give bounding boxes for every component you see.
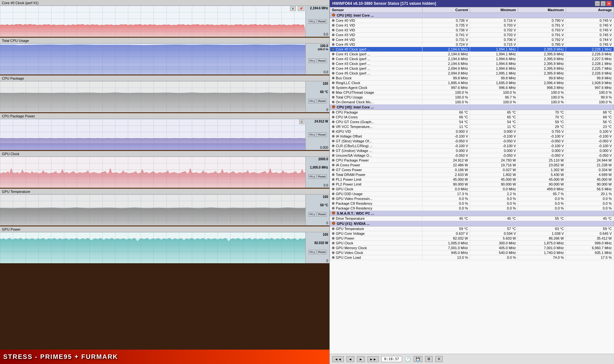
pin-graph-core0[interactable]: 📌 [298, 6, 304, 11]
table-row[interactable]: Core #0 VID0.736 V0.716 V0.790 V0.745 V [330, 18, 614, 23]
table-row[interactable]: GPU Clock1,005.0 MHz300.0 MHz1,875.0 MHz… [330, 241, 614, 246]
col-header-sensor[interactable]: Sensor [330, 7, 422, 13]
sensor-value-cell: 1,895.4 MHz [422, 81, 470, 85]
close-status-btn[interactable]: ✕ [435, 356, 443, 362]
table-row[interactable]: Core #4 VID0.731 V0.706 V0.792 V0.744 V [330, 37, 614, 42]
table-row[interactable]: Core #5 VID0.724 V0.715 V0.785 V0.745 V [330, 42, 614, 47]
reset-btn-cpu-power[interactable]: Reset [317, 132, 327, 137]
col-header-maximum[interactable]: Maximum [518, 7, 566, 13]
table-row[interactable]: CPU Package Power24.912 W24.793 W25.110 … [330, 158, 614, 163]
close-btn[interactable]: ✕ [606, 1, 611, 6]
c-btn-cpu-power[interactable]: C [299, 120, 305, 124]
table-row[interactable]: Uncore/SA Voltage O...-0.050 V-0.050 V-0… [330, 153, 614, 158]
table-row[interactable]: GPU Temperature59 °C57 °C63 °C59 °C [330, 226, 614, 231]
sensor-value-cell: 0.000 V [566, 148, 614, 153]
reset-btn-gpu-temp[interactable]: Reset [317, 212, 327, 217]
graph-buttons-gpu-power[interactable]: Fit y Reset [308, 250, 327, 254]
table-row[interactable]: Package C8 Residency0.0 %0.0 %0.0 %0.0 % [330, 201, 614, 206]
table-row[interactable]: GT (Slice) Voltage Of...-0.050 V-0.050 V… [330, 139, 614, 144]
prev-prev-btn[interactable]: ◄◄ [332, 356, 344, 362]
settings-btn[interactable]: ⚙ [425, 356, 433, 362]
next-btn[interactable]: ► [357, 356, 365, 362]
minimize-btn[interactable]: ─ [595, 1, 600, 6]
save-btn[interactable]: 💾 [413, 356, 422, 362]
table-row[interactable]: Core #3 Clock (perf ...2,194.6 MHz1,994.… [330, 61, 614, 66]
table-row[interactable]: Bus Clock99.8 MHz99.8 MHz99.8 MHz99.8 MH… [330, 76, 614, 81]
table-row[interactable]: IA Voltage Offset-0.100 V-0.100 V-0.100 … [330, 134, 614, 139]
fity-btn-core0[interactable]: Fit y [308, 19, 316, 24]
table-row[interactable]: System Agent Clock997.6 MHz996.6 MHz998.… [330, 85, 614, 90]
table-row[interactable]: GPU Core Load13.0 %0.0 %74.0 %17.5 % [330, 255, 614, 260]
fity-btn-cpu-usage[interactable]: Fit y [308, 59, 316, 63]
window-controls[interactable]: ─ □ ✕ [595, 1, 611, 6]
prev-btn[interactable]: ◄ [346, 356, 354, 362]
table-row[interactable]: GPU D3D Usage17.3 %2.2 %65.7 %20.1 % [330, 192, 614, 196]
sensor-value-cell: -0.100 V [470, 134, 518, 139]
sensor-name-cell: Core #5 VID [330, 42, 422, 47]
graph-buttons-cpu-package[interactable]: Fit y Reset [308, 99, 327, 103]
reset-btn-gpu-clock[interactable]: Reset [317, 174, 327, 179]
restore-btn[interactable]: □ [601, 1, 606, 6]
table-row[interactable]: IA Cores Power22.486 W19.716 W23.052 W21… [330, 163, 614, 168]
graph-buttons-gpu-temp[interactable]: Fit y Reset [308, 212, 327, 217]
table-row[interactable]: Total CPU Usage100.0 %96.7 %100.0 %99.9 … [330, 95, 614, 100]
table-row[interactable]: Package C9 Residency0.0 %0.0 %0.0 %0.0 % [330, 206, 614, 211]
table-row[interactable]: Drive Temperature45 °C45 °C55 °C45 °C [330, 216, 614, 221]
next-next-btn[interactable]: ►► [367, 356, 379, 362]
sensor-value-cell: 5.430 W [518, 172, 566, 177]
table-row[interactable]: PL1 Power Limit45.000 W45.000 W45.000 W4… [330, 177, 614, 182]
col-header-minimum[interactable]: Minimum [470, 7, 518, 13]
table-row[interactable]: GPU Power82.032 W5.603 W86.266 W35.412 W [330, 236, 614, 241]
reset-btn-core0[interactable]: Reset [317, 19, 327, 24]
sensor-value-cell: 0.741 V [422, 33, 470, 37]
col-header-current[interactable]: Current [422, 7, 470, 13]
graph-buttons-cpu-power[interactable]: Fit y Reset [308, 132, 327, 137]
graph-buttons-gpu-clock[interactable]: Fit y Reset [308, 174, 327, 179]
sensor-value-cell: 66 °C [422, 110, 470, 115]
table-row[interactable]: VR VCC Temperature...11 °C11 °C29 °C23 °… [330, 124, 614, 129]
table-row[interactable]: GPU Clock0.0 MHz0.0 MHz499.0 MHz56.5 MHz [330, 187, 614, 192]
table-row[interactable]: Core #1 Clock (perf ...2,194.6 MHz1,994.… [330, 52, 614, 57]
sensor-table-container[interactable]: Sensor Current Minimum Maximum Average C… [330, 7, 614, 354]
table-row[interactable]: On-Demand Clock Mo...100.0 %100.0 %100.0… [330, 100, 614, 105]
table-row[interactable]: CPU GT Cores (Graph...54 °C54 °C59 °C56 … [330, 120, 614, 124]
table-row[interactable]: Ring/LLC Clock1,895.4 MHz1,695.0 MHz2,09… [330, 81, 614, 85]
table-row[interactable]: iGPU VID0.000 V0.000 V0.755 V0.100 V [330, 129, 614, 134]
table-row[interactable]: Core #0 Clock (perf ...2,194.6 MHz1,994.… [330, 47, 614, 52]
table-row[interactable]: Core #5 Clock (perf ...2,094.9 MHz1,995.… [330, 71, 614, 76]
reset-btn-gpu-power[interactable]: Reset [317, 250, 327, 254]
table-row[interactable]: GPU Core Voltage0.637 V0.594 V1.038 V0.6… [330, 231, 614, 236]
table-row[interactable]: CPU IA Cores66 °C65 °C70 °C68 °C [330, 115, 614, 120]
table-row[interactable]: GPU Video Processin...0.0 %0.0 %0.0 %0.0… [330, 196, 614, 201]
fity-btn-gpu-temp[interactable]: Fit y [308, 212, 316, 217]
table-row[interactable]: CLR (CBo/LLC/Ring) ...-0.100 V-0.100 V-0… [330, 144, 614, 148]
reset-btn-cpu-usage[interactable]: Reset [317, 59, 327, 63]
sensor-value-cell: 0.0 % [470, 201, 518, 206]
graph-buttons-core0[interactable]: Fit y Reset [308, 19, 327, 24]
table-row[interactable]: GPU Video Clock945.0 MHz540.0 MHz1,740.0… [330, 250, 614, 255]
table-row[interactable]: GPU Memory Clock7,001.0 MHz405.0 MHz7,00… [330, 246, 614, 250]
sensor-value-cell: 0.731 V [422, 37, 470, 42]
fity-btn-gpu-clock[interactable]: Fit y [308, 174, 316, 179]
table-row[interactable]: GT (Unslice) Voltage ...0.000 V0.000 V0.… [330, 148, 614, 153]
graph-buttons-cpu-usage[interactable]: Fit y Reset [308, 59, 327, 63]
fity-btn-cpu-power[interactable]: Fit y [308, 132, 316, 137]
table-row[interactable]: Core #3 VID0.741 V0.703 V0.791 V0.745 V [330, 33, 614, 37]
table-row[interactable]: Core #2 VID0.736 V0.702 V0.793 V0.745 V [330, 28, 614, 33]
graph-canvas-cpu-power [0, 119, 305, 150]
reset-btn-cpu-package[interactable]: Reset [317, 99, 327, 103]
table-row[interactable]: Core #1 VID0.735 V0.703 V0.791 V0.745 V [330, 23, 614, 28]
table-row[interactable]: Total DRAM Power2.633 W1.802 W5.430 W4.6… [330, 172, 614, 177]
table-row[interactable]: GT Cores Power0.196 W0.027 W1.302 W0.334… [330, 168, 614, 172]
table-row[interactable]: Core #2 Clock (perf ...2,194.6 MHz1,994.… [330, 57, 614, 61]
graph-top-controls-cpu-power[interactable]: C [299, 120, 305, 124]
col-header-average[interactable]: Average [566, 7, 614, 13]
table-row[interactable]: Core #4 Clock (perf ...2,094.9 MHz1,994.… [330, 66, 614, 71]
table-row[interactable]: PL2 Power Limit90.000 W90.000 W90.000 W9… [330, 182, 614, 187]
graph-top-controls-core0[interactable]: ✕ 📌 [289, 6, 304, 11]
fity-btn-gpu-power[interactable]: Fit y [308, 250, 316, 254]
table-row[interactable]: CPU Package66 °C65 °C70 °C68 °C [330, 110, 614, 115]
close-graph-core0[interactable]: ✕ [290, 6, 296, 11]
fity-btn-cpu-package[interactable]: Fit y [308, 99, 316, 103]
table-row[interactable]: Max CPU/Thread Usage100.0 %100.0 %100.0 … [330, 90, 614, 95]
